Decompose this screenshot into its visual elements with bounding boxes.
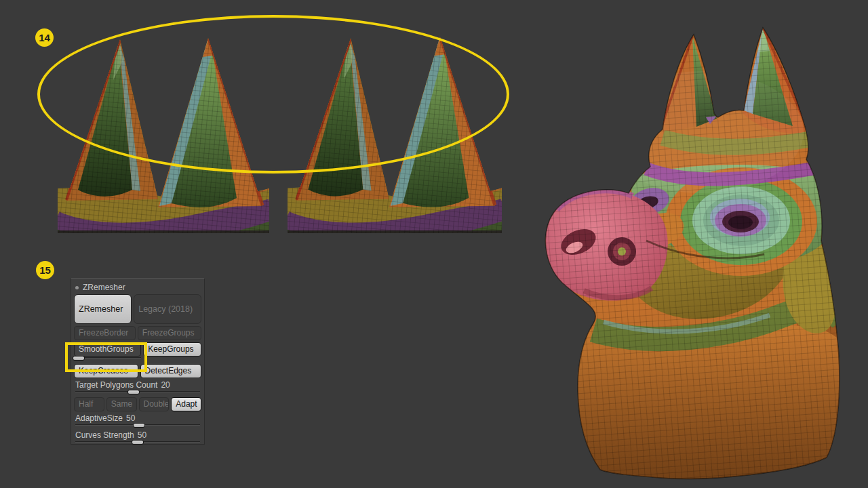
panel-bullet-icon [75, 286, 79, 289]
target-polygons-slider[interactable] [75, 391, 200, 396]
legacy-2018-button[interactable]: Legacy (2018) [134, 294, 201, 324]
target-polygons-label: Target Polygons Count20 [75, 380, 200, 390]
smoothgroups-button[interactable]: SmoothGroups [74, 342, 141, 357]
curves-strength-slider[interactable] [75, 441, 200, 446]
adapt-button[interactable]: Adapt [171, 397, 201, 411]
panel-title: ZRemesher [83, 283, 125, 292]
smoothgroups-slider[interactable] [74, 357, 141, 362]
keepgroups-button[interactable]: KeepGroups [143, 342, 201, 357]
ear-topology-figure-right [288, 24, 502, 236]
keepcreases-button[interactable]: KeepCreases [74, 364, 138, 378]
same-button[interactable]: Same [106, 397, 137, 411]
half-button[interactable]: Half [74, 397, 104, 411]
step-badge-14: 14 [35, 28, 54, 47]
detectedges-button[interactable]: DetectEdges [140, 364, 202, 378]
adaptive-size-slider[interactable] [75, 424, 200, 429]
adaptive-size-label: AdaptiveSize50 [75, 413, 200, 424]
curves-strength-label: Curves Strength50 [75, 430, 200, 441]
zremesher-panel: ZRemesher ZRemesher Legacy (2018) Freeze… [71, 278, 205, 445]
freezegroups-button[interactable]: FreezeGroups [138, 326, 201, 340]
dog-head-model-figure [539, 17, 861, 485]
smoothgroups-slider-handle[interactable] [73, 356, 85, 361]
freezeborder-button[interactable]: FreezeBorder [74, 326, 136, 340]
curves-strength-slider-handle[interactable] [132, 440, 144, 445]
double-button[interactable]: Double [139, 397, 170, 411]
zremesher-panel-header[interactable]: ZRemesher [75, 282, 201, 293]
step-badge-15: 15 [36, 261, 54, 279]
tutorial-canvas: ZRemesher ZRemesher Legacy (2018) Freeze… [0, 0, 868, 488]
adaptive-size-slider-handle[interactable] [133, 423, 145, 428]
ear-topology-figure-left [58, 26, 269, 236]
zremesher-button[interactable]: ZRemesher [74, 294, 132, 324]
target-polygons-slider-handle[interactable] [127, 390, 140, 394]
